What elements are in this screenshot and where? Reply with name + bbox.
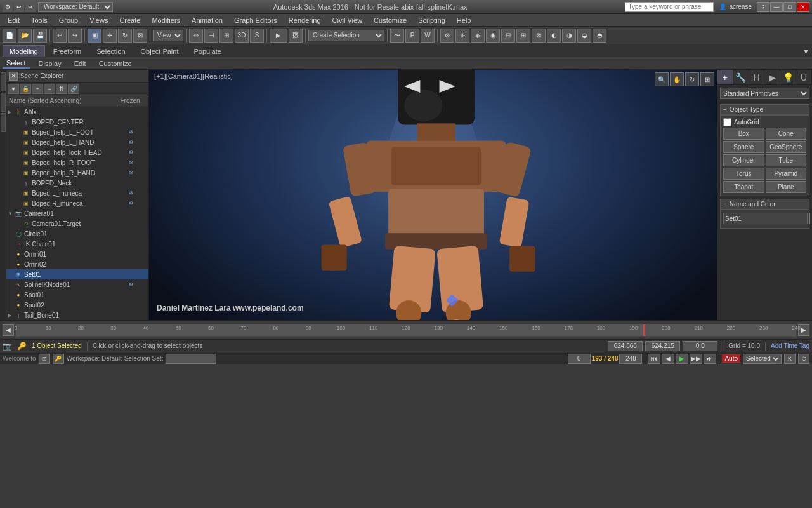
scene-explorer-close[interactable]: ✕ [9,72,18,81]
workspace-select[interactable]: Workspace: Default [38,2,113,12]
menu-scripting[interactable]: Scripting [413,14,450,27]
scene-item[interactable]: ▣ Boped-L_muneca ❄ [6,188,148,198]
app-icon[interactable]: ⚙ [3,2,13,12]
menu-rendering[interactable]: Rendering [284,14,326,27]
rp-tab-utilities[interactable]: U [796,70,812,84]
scene-item[interactable]: | BOPED_Neck [6,178,148,188]
btn-cylinder[interactable]: Cylinder [723,154,764,166]
tb-extra1[interactable]: ⊗ [440,29,454,43]
bc-key-icon[interactable]: 🔑 [53,354,64,364]
left-tab-1[interactable] [1,72,6,91]
time-tag-btn[interactable]: Add Time Tag [771,342,809,349]
tab-object-paint[interactable]: Object Paint [134,45,186,57]
tb-redo[interactable]: ↪ [68,29,82,43]
edit-btn[interactable]: Edit [70,59,90,68]
scene-item[interactable]: ⊙ Camera01.Target [6,218,148,229]
help-btn[interactable]: ? [757,2,769,12]
tb-move[interactable]: ✛ [103,29,117,43]
se-minus[interactable]: − [44,84,55,94]
primitives-dropdown[interactable]: Standard Primitives Extended Primitives … [720,88,809,99]
undo-btn[interactable]: ↩ [14,2,24,12]
scene-item[interactable]: ● Omni02 [6,259,148,269]
vp-pan[interactable]: ✋ [670,72,684,86]
menu-graph-editors[interactable]: Graph Editors [229,14,282,27]
tb-extra10[interactable]: ◒ [577,29,591,43]
scene-item[interactable]: ▣ Boped_help_R_FOOT ❄ [6,157,148,168]
btn-plane[interactable]: Plane [766,181,807,193]
timeline-playhead[interactable] [643,324,645,336]
scene-item[interactable]: ∿ SplineIKNode01 ❄ [6,279,148,290]
scene-item[interactable]: | BOPED_CENTER [6,117,148,127]
tb-new[interactable]: 📄 [3,29,16,43]
scene-item[interactable]: ▶ 🚶 Abix [6,107,148,117]
left-tab-2[interactable] [1,93,6,112]
btn-torus[interactable]: Torus [723,168,764,180]
btn-teapot[interactable]: Teapot [723,181,764,193]
tb-extra3[interactable]: ◈ [471,29,485,43]
win-close[interactable]: ✕ [797,2,809,12]
menu-help[interactable]: Help [452,14,476,27]
tb-render-frame[interactable]: 🖼 [289,29,303,43]
se-sort[interactable]: ⇅ [56,84,67,94]
play-next-key[interactable]: ⏭ [704,354,716,364]
autogrid-checkbox[interactable] [723,118,731,126]
se-filter[interactable]: ▼ [8,84,19,94]
select-btn[interactable]: Select [3,58,30,69]
rp-tab-motion[interactable]: ▶ [764,70,780,84]
rp-tab-display[interactable]: 💡 [780,70,796,84]
tab-selection[interactable]: Selection [89,45,132,57]
selection-filter[interactable]: Create Selection [308,30,384,41]
scene-item[interactable]: ● Spot02 [6,300,148,310]
tb-rotate[interactable]: ↻ [118,29,132,43]
menu-edit[interactable]: Edit [3,14,25,27]
scene-item[interactable]: ● Omni01 [6,249,148,259]
btn-geosphere[interactable]: GeoSphere [766,141,807,153]
tb-open[interactable]: 📂 [18,29,32,43]
tb-mirror[interactable]: ⇔ [189,29,203,43]
vp-zoom[interactable]: 🔍 [655,72,669,86]
tb-select[interactable]: ▣ [88,29,102,43]
time-config-btn[interactable]: ⏱ [798,354,809,364]
scene-item[interactable]: ▣ Boped_help_L_HAND ❄ [6,137,148,147]
scene-item[interactable]: ▣ Boped_help_look_HEAD ❄ [6,147,148,157]
vp-orbit[interactable]: ↻ [685,72,699,86]
tb-extra11[interactable]: ◓ [593,29,606,43]
menu-group[interactable]: Group [54,14,84,27]
tb-extra8[interactable]: ◐ [547,29,561,43]
tb-undo[interactable]: ↩ [53,29,67,43]
selection-set-input[interactable] [166,354,216,364]
vp-fov[interactable]: ⊞ [700,72,714,86]
left-tab-3[interactable] [1,113,6,132]
redo-btn[interactable]: ↪ [25,2,36,12]
expand-icon[interactable]: ▼ [8,211,14,217]
tab-populate[interactable]: Populate [187,45,228,57]
tb-save[interactable]: 💾 [33,29,47,43]
btn-box[interactable]: Box [723,128,764,140]
tb-extra6[interactable]: ⊞ [516,29,530,43]
se-add[interactable]: + [32,84,43,94]
tl-prev-frame[interactable]: ◀ [3,324,14,336]
search-input[interactable] [625,2,714,12]
scene-item[interactable]: ▣ Boped_help_L_FOOT ❄ [6,127,148,137]
rp-tab-create[interactable]: + [717,70,733,84]
scene-item[interactable]: ▶ | Tail_Bone01 [6,310,148,320]
display-btn[interactable]: Display [35,59,65,68]
btn-tube[interactable]: Tube [766,154,807,166]
menu-tools[interactable]: Tools [26,14,53,27]
tb-param[interactable]: P [405,29,419,43]
scene-item[interactable]: ⊸ IK Chain01 [6,239,148,249]
scene-item[interactable]: ⊞ Set01 [6,269,148,279]
scene-item[interactable]: ▣ Boped_help_R_HAND ❄ [6,168,148,178]
tb-extra9[interactable]: ◑ [562,29,576,43]
name-input[interactable] [723,213,808,224]
play-prev-frame[interactable]: ◀ [662,354,674,364]
tb-extra4[interactable]: ◉ [486,29,500,43]
name-color-header[interactable]: − Name and Color [720,199,809,210]
btn-sphere[interactable]: Sphere [723,141,764,153]
key-filter-select[interactable]: Selected [743,354,782,364]
auto-key-btn[interactable]: Auto [722,354,740,363]
tab-freeform[interactable]: Freeform [46,45,89,57]
tb-extra5[interactable]: ⊟ [501,29,515,43]
play-play[interactable]: ▶ [676,354,688,364]
expand-icon[interactable]: ▶ [8,312,14,318]
